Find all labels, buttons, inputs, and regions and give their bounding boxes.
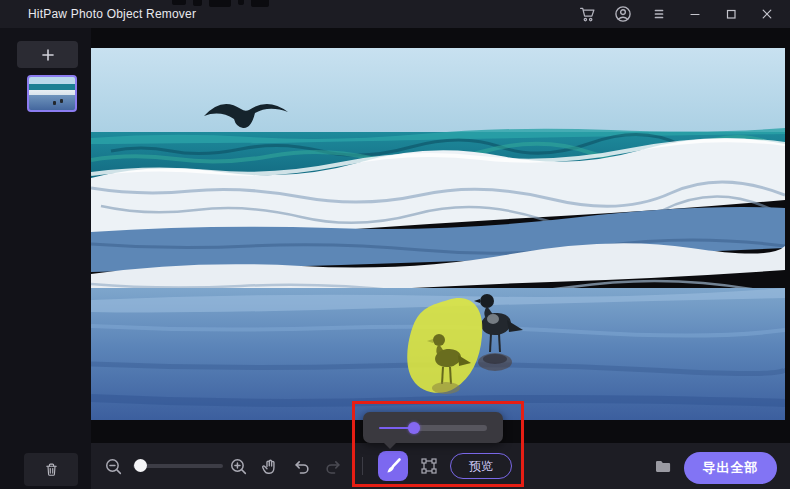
beach-seagulls-photo[interactable]	[91, 48, 785, 420]
close-icon[interactable]	[752, 1, 782, 27]
bottom-toolbar: 预览 导出全部	[91, 443, 790, 489]
undo-button[interactable]	[289, 443, 313, 489]
minimize-icon[interactable]	[680, 1, 710, 27]
trash-icon	[43, 461, 60, 478]
clipped-overlay-text-fragment	[172, 0, 269, 7]
brush-size-slider-rest	[414, 425, 487, 431]
brush-size-slider[interactable]	[379, 425, 487, 431]
brush-size-popup	[363, 412, 503, 443]
canvas-zoom-slider[interactable]	[133, 464, 223, 468]
canvas-zoom-slider-knob[interactable]	[134, 459, 147, 472]
brush-tool-button[interactable]	[378, 451, 408, 481]
toolbar-divider	[362, 457, 363, 475]
popup-tail	[383, 442, 397, 449]
folder-icon	[654, 457, 672, 475]
titlebar-buttons	[572, 0, 782, 28]
zoom-out-button[interactable]	[101, 443, 125, 489]
maximize-icon[interactable]	[716, 1, 746, 27]
brush-icon	[384, 457, 402, 475]
app-window: HitPaw Photo Object Remover	[0, 0, 790, 489]
cart-icon[interactable]	[572, 1, 602, 27]
brush-size-slider-knob[interactable]	[408, 422, 420, 434]
editor-canvas[interactable]	[91, 28, 790, 443]
account-icon[interactable]	[608, 1, 638, 27]
window-title: HitPaw Photo Object Remover	[28, 7, 196, 21]
preview-button[interactable]: 预览	[450, 453, 512, 479]
zoom-in-button[interactable]	[226, 443, 250, 489]
redo-button[interactable]	[321, 443, 345, 489]
marquee-select-button[interactable]	[417, 443, 441, 489]
plus-icon	[39, 46, 57, 64]
hand-tool-button[interactable]	[257, 443, 281, 489]
titlebar: HitPaw Photo Object Remover	[0, 0, 790, 28]
sidebar	[0, 28, 91, 489]
open-folder-button[interactable]	[651, 443, 675, 489]
add-photo-button[interactable]	[17, 41, 78, 68]
export-all-button[interactable]: 导出全部	[684, 452, 777, 484]
photo-thumbnail-selected[interactable]	[27, 75, 77, 112]
delete-photo-button[interactable]	[24, 453, 78, 486]
menu-icon[interactable]	[644, 1, 674, 27]
